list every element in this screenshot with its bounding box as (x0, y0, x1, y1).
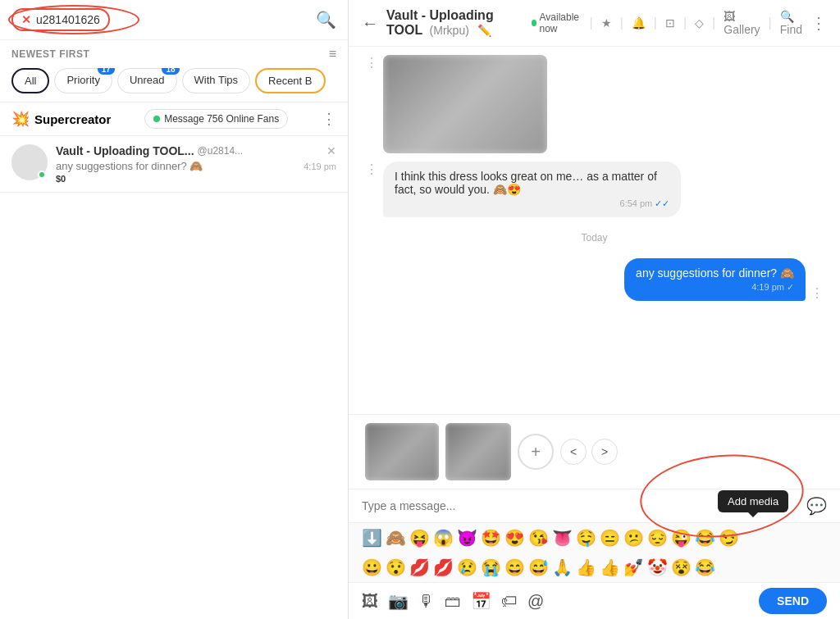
tab-all[interactable]: All (11, 68, 49, 93)
emoji-arrow-down[interactable]: ⬇️ (362, 528, 382, 548)
tab-recent-b-label: Recent B (268, 75, 312, 87)
tab-recent-b[interactable]: Recent B (255, 68, 325, 93)
media-nav-prev[interactable]: < (560, 439, 587, 465)
photo-lib-icon[interactable]: 🗃 (445, 592, 461, 611)
emoji-joy[interactable]: 😂 (695, 528, 715, 548)
media-thumb-2[interactable] (445, 423, 511, 480)
emoji-devil[interactable]: 😈 (457, 528, 477, 548)
blurred-image (383, 55, 547, 153)
bell-action[interactable]: 🔔 (632, 16, 646, 30)
tab-unread[interactable]: 18 Unread (117, 68, 177, 93)
send-button[interactable]: SEND (759, 588, 827, 614)
online-fans-badge[interactable]: Message 756 Online Fans (144, 109, 288, 129)
message-row-image: ⋮ (365, 55, 824, 153)
search-icon[interactable]: 🔍 (316, 10, 336, 30)
media-thumb-blurred-2 (445, 423, 511, 480)
chat-header: ← Vault - Uploading TOOL (Mrkpu) ✏️ Avai… (349, 0, 840, 47)
camera-toolbar-icon[interactable]: 📷 (388, 591, 409, 611)
more-options-icon[interactable]: ⋮ (322, 110, 336, 128)
emoji-grin[interactable]: 😀 (362, 558, 382, 577)
grid-action[interactable]: ⊡ (665, 16, 675, 30)
convo-name: Vault - Uploading TOOL... @u2814... (56, 144, 243, 157)
emoji-bar-1: ⬇️ 🙈 😝 😱 😈 🤩 😍 😘 👅 🤤 😑 😕 😔 😜 😂 😏 (349, 522, 840, 553)
emoji-scream[interactable]: 😱 (433, 528, 454, 548)
green-dot-icon (153, 116, 160, 122)
tab-priority[interactable]: 17 Priority (54, 68, 112, 93)
image-toolbar-icon[interactable]: 🖼 (362, 592, 378, 611)
message-text-right: any suggestions for dinner? 🙈 (636, 266, 794, 280)
available-dot (532, 20, 536, 26)
message-text-left: I think this dress looks great on me… as… (395, 170, 657, 196)
emoji-confused[interactable]: 😕 (623, 528, 644, 548)
tab-with-tips[interactable]: With Tips (182, 68, 250, 93)
conversation-item[interactable]: Vault - Uploading TOOL... @u2814... ✕ an… (0, 136, 348, 193)
unread-badge: 18 (162, 68, 179, 75)
star-action[interactable]: ★ (601, 16, 612, 30)
conversation-list: Vault - Uploading TOOL... @u2814... ✕ an… (0, 136, 348, 619)
emoji-clown[interactable]: 🤡 (647, 558, 668, 577)
divider-4: | (683, 16, 687, 30)
convo-close-btn[interactable]: ✕ (326, 144, 336, 157)
chat-messages: ⋮ ⋮ I think this dress looks great on me… (349, 47, 840, 414)
emoji-joy-2[interactable]: 😂 (695, 558, 715, 577)
emoji-tongue[interactable]: 😝 (409, 528, 430, 548)
emoji-starstruck[interactable]: 🤩 (481, 528, 501, 548)
back-button[interactable]: ← (362, 14, 378, 33)
diamond-action[interactable]: ◇ (695, 16, 704, 30)
close-icon[interactable]: ✕ (21, 13, 31, 26)
find-action[interactable]: 🔍 Find (780, 10, 802, 36)
emoji-wink-tongue[interactable]: 😜 (671, 528, 692, 548)
gallery-action[interactable]: 🖼 Gallery (724, 10, 760, 36)
supercreator-bar: 💥 Supercreator Message 756 Online Fans ⋮ (0, 102, 348, 136)
emoji-hushed[interactable]: 😯 (386, 558, 406, 577)
more-vert-icon[interactable]: ⋮ (810, 13, 827, 33)
tab-all-label: All (25, 75, 36, 87)
online-indicator (38, 171, 46, 179)
message-time-right: 4:19 pm ✓ (636, 282, 794, 293)
sort-bar: NEWEST FIRST ≡ (0, 40, 348, 68)
emoji-expressionless[interactable]: 😑 (600, 528, 620, 548)
emoji-sob[interactable]: 😭 (481, 558, 501, 577)
priority-badge: 17 (98, 68, 115, 75)
tag-icon[interactable]: 🏷 (501, 592, 518, 611)
sort-icon[interactable]: ≡ (329, 47, 336, 61)
emoji-pensive[interactable]: 😔 (647, 528, 668, 548)
pencil-icon[interactable]: ✏️ (477, 24, 491, 37)
online-fans-label: Message 756 Online Fans (164, 113, 279, 125)
media-add-button[interactable]: + (518, 434, 554, 470)
emoji-tongue-out[interactable]: 👅 (552, 528, 573, 548)
filter-tabs: All 17 Priority 18 Unread With Tips Rece… (0, 68, 348, 102)
convo-preview: any suggestions for dinner? 🙈 (56, 160, 203, 172)
emoji-heart-eyes[interactable]: 😍 (504, 528, 525, 548)
msg-options-2-icon[interactable]: ⋮ (365, 162, 378, 177)
media-thumb-1[interactable] (365, 423, 439, 480)
calendar-icon[interactable]: 📅 (471, 591, 491, 611)
emoji-sweat-smile[interactable]: 😅 (528, 558, 549, 577)
emoji-drool[interactable]: 🤤 (576, 528, 596, 548)
chat-header-actions: Available now | ★ | 🔔 | ⊡ | ◇ | 🖼 Galler… (532, 10, 827, 36)
mic-toolbar-icon[interactable]: 🎙 (418, 592, 435, 611)
msg-options-icon[interactable]: ⋮ (365, 55, 378, 71)
emoji-thumbs-up-2[interactable]: 👍 (600, 558, 620, 577)
username-badge[interactable]: ✕ u281401626 (11, 8, 110, 31)
media-nav-next[interactable]: > (591, 439, 618, 465)
tab-with-tips-label: With Tips (194, 74, 238, 86)
message-bubble-left: I think this dress looks great on me… as… (383, 162, 681, 217)
msg-options-3-icon[interactable]: ⋮ (810, 285, 824, 301)
typing-indicator-icon[interactable]: 💬 (806, 496, 827, 516)
at-icon[interactable]: @ (527, 592, 544, 611)
emoji-see-no-evil[interactable]: 🙈 (386, 528, 406, 548)
emoji-smirk[interactable]: 😏 (719, 528, 739, 548)
emoji-pray[interactable]: 🙏 (552, 558, 573, 577)
emoji-nails[interactable]: 💅 (623, 558, 644, 577)
emoji-kiss-mark[interactable]: 💋 (409, 558, 430, 577)
emoji-cry[interactable]: 😢 (457, 558, 477, 577)
emoji-dizzy[interactable]: 😵 (671, 558, 692, 577)
emoji-kissing[interactable]: 😘 (528, 528, 549, 548)
available-badge: Available now (532, 11, 581, 34)
day-divider: Today (365, 232, 824, 244)
divider-3: | (654, 16, 657, 30)
emoji-smile[interactable]: 😄 (504, 558, 525, 577)
emoji-thumbs-up[interactable]: 👍 (576, 558, 596, 577)
emoji-lipstick[interactable]: 💋 (433, 558, 454, 577)
